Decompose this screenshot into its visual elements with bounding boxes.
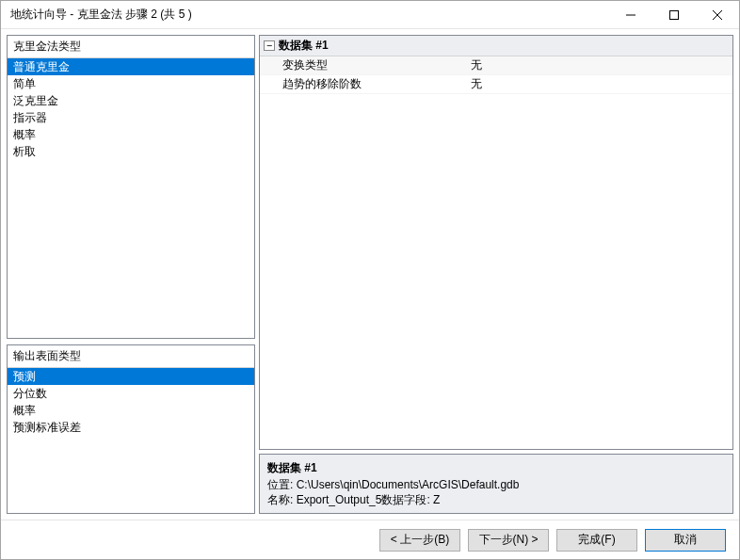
grid-row-label: 趋势的移除阶数 (264, 76, 471, 92)
list-item[interactable]: 泛克里金 (8, 92, 254, 109)
grid-row-value[interactable]: 无 (471, 57, 729, 73)
list-item[interactable]: 概率 (8, 126, 254, 143)
kriging-type-list[interactable]: 普通克里金简单泛克里金指示器概率析取 (8, 58, 254, 338)
list-item[interactable]: 简单 (8, 75, 254, 92)
list-item[interactable]: 概率 (8, 402, 254, 419)
titlebar: 地统计向导 - 克里金法 步骤 2 (共 5 ) (1, 1, 739, 29)
list-item[interactable]: 析取 (8, 143, 254, 160)
right-column: − 数据集 #1 变换类型无趋势的移除阶数无 数据集 #1 位置: C:\Use… (259, 35, 733, 514)
wizard-window: 地统计向导 - 克里金法 步骤 2 (共 5 ) 克里金法类型 普通克里金简单泛… (0, 0, 740, 560)
grid-row-label: 变换类型 (264, 57, 471, 73)
list-item[interactable]: 分位数 (8, 385, 254, 402)
cancel-button[interactable]: 取消 (645, 529, 726, 552)
list-item[interactable]: 普通克里金 (8, 58, 254, 75)
collapse-icon[interactable]: − (264, 40, 275, 51)
output-type-header: 输出表面类型 (8, 345, 254, 368)
footer: < 上一步(B) 下一步(N) > 完成(F) 取消 (1, 520, 739, 559)
window-controls (609, 1, 739, 28)
output-type-list[interactable]: 预测分位数概率预测标准误差 (8, 368, 254, 513)
next-button[interactable]: 下一步(N) > (468, 529, 549, 552)
kriging-type-header: 克里金法类型 (8, 36, 254, 58)
svg-rect-0 (670, 10, 679, 19)
window-title: 地统计向导 - 克里金法 步骤 2 (共 5 ) (10, 7, 609, 23)
output-type-panel: 输出表面类型 预测分位数概率预测标准误差 (7, 344, 255, 514)
property-grid: − 数据集 #1 变换类型无趋势的移除阶数无 (259, 35, 733, 450)
info-title: 数据集 #1 (267, 460, 725, 475)
close-button[interactable] (696, 1, 739, 28)
kriging-type-panel: 克里金法类型 普通克里金简单泛克里金指示器概率析取 (7, 35, 255, 339)
maximize-button[interactable] (652, 1, 696, 28)
grid-row[interactable]: 趋势的移除阶数无 (260, 75, 732, 94)
info-panel: 数据集 #1 位置: C:\Users\qin\Documents\ArcGIS… (259, 454, 733, 514)
back-button[interactable]: < 上一步(B) (379, 529, 460, 552)
finish-button[interactable]: 完成(F) (556, 529, 637, 552)
content-area: 克里金法类型 普通克里金简单泛克里金指示器概率析取 输出表面类型 预测分位数概率… (1, 29, 739, 520)
grid-row-value[interactable]: 无 (471, 76, 729, 92)
list-item[interactable]: 预测 (8, 368, 254, 385)
info-location: 位置: C:\Users\qin\Documents\ArcGIS\Defaul… (267, 477, 725, 492)
grid-row[interactable]: 变换类型无 (260, 56, 732, 75)
grid-section-title: 数据集 #1 (279, 38, 329, 54)
minimize-button[interactable] (609, 1, 652, 28)
info-name-field: 名称: Export_Output_5数据字段: Z (267, 492, 725, 507)
grid-section-header: − 数据集 #1 (260, 36, 732, 56)
list-item[interactable]: 预测标准误差 (8, 419, 254, 436)
list-item[interactable]: 指示器 (8, 109, 254, 126)
left-column: 克里金法类型 普通克里金简单泛克里金指示器概率析取 输出表面类型 预测分位数概率… (7, 35, 255, 514)
